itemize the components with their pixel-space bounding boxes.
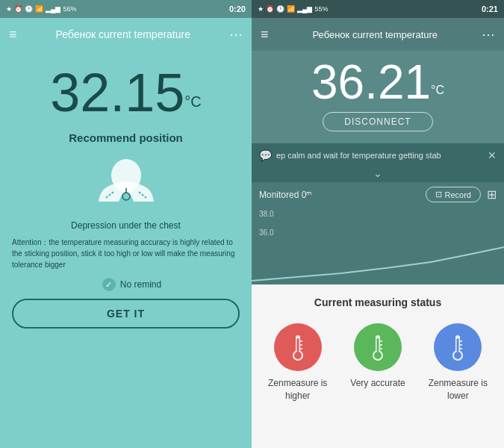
right-clock-icon: 🕐: [276, 5, 284, 13]
thermometer-higher-icon: [286, 332, 310, 362]
hamburger-icon[interactable]: ≡: [9, 27, 17, 43]
body-position-label: Depression under the chest: [71, 220, 181, 231]
svg-rect-13: [376, 338, 379, 352]
status-label-higher: Zenmeasure is higher: [264, 377, 332, 402]
attention-text: Attention：the temperature measuring accu…: [0, 237, 252, 270]
alarm-icon: ⏰: [14, 5, 22, 13]
right-status-icons: ★ ⏰ 🕐 📶 ▂▄▆ 55%: [258, 5, 328, 13]
right-temp-unit: °C: [431, 84, 444, 96]
left-panel: ★ ⏰ 🕐 📶 ▂▄▆ 56% 0:20 ≡ Ребенок current t…: [0, 0, 252, 448]
left-status-bar: ★ ⏰ 🕐 📶 ▂▄▆ 56% 0:20: [0, 0, 252, 18]
left-temp-unit: °C: [184, 93, 201, 110]
monitor-text: Monitored 0ᵐ: [259, 190, 420, 200]
recommend-title: Recommend position: [69, 131, 183, 144]
bluetooth-icon: ★: [6, 5, 12, 13]
right-panel: ★ ⏰ 🕐 📶 ▂▄▆ 55% 0:21 ≡ Ребенок current t…: [252, 0, 504, 448]
disconnect-button[interactable]: DISCONNECT: [323, 112, 432, 131]
right-nav-title: Ребенок current temperature: [312, 29, 438, 40]
chart-label-low: 36.0: [259, 228, 497, 237]
right-hamburger-icon[interactable]: ≡: [261, 27, 269, 43]
record-label: Record: [445, 190, 471, 199]
status-circle-higher: [274, 323, 322, 371]
thermometer-lower-icon: [446, 332, 470, 362]
no-remind-row[interactable]: ✓ No remind: [90, 278, 161, 291]
right-status-bar: ★ ⏰ 🕐 📶 ▂▄▆ 55% 0:21: [252, 0, 504, 18]
get-it-button[interactable]: GET IT: [12, 299, 240, 329]
left-nav-title: Ребенок current temperature: [56, 28, 190, 40]
no-remind-label: No remind: [120, 279, 161, 290]
body-position-icon: [93, 153, 160, 220]
left-more-icon[interactable]: ⋯: [229, 26, 243, 43]
record-icon: ⊡: [435, 190, 442, 199]
arrow-down-icon: ⌄: [373, 167, 382, 179]
recommend-section: Recommend position Depression under the …: [0, 131, 252, 448]
right-time: 0:21: [482, 4, 498, 13]
left-temperature: 32.15: [50, 66, 184, 119]
left-temp-display: 32.15°C: [0, 66, 252, 119]
status-item-lower: Zenmeasure is lower: [424, 323, 491, 402]
banner-arrow: ⌄: [252, 167, 504, 182]
banner-chat-icon: 💬: [259, 149, 272, 161]
right-top-nav: ≡ Ребенок current temperature ⋯: [252, 18, 504, 51]
svg-point-1: [122, 193, 130, 200]
battery-label: 56%: [63, 5, 76, 13]
right-battery-label: 55%: [314, 5, 328, 13]
right-temperature: 36.21: [311, 55, 431, 109]
svg-point-7: [294, 352, 302, 359]
svg-rect-6: [296, 338, 299, 352]
signal-icon: ▂▄▆: [46, 5, 60, 13]
right-bluetooth-icon: ★: [258, 5, 264, 13]
monitor-row: Monitored 0ᵐ ⊡ Record ⊞: [252, 182, 504, 207]
status-item-accurate: Very accurate: [344, 323, 411, 390]
record-button[interactable]: ⊡ Record: [426, 187, 481, 202]
banner-text: ep calm and wait for temperature getting…: [276, 151, 483, 160]
status-circle-accurate: [354, 323, 402, 371]
status-label-accurate: Very accurate: [350, 377, 405, 390]
svg-point-14: [374, 352, 382, 359]
wifi-icon: 📶: [35, 5, 43, 13]
chart-svg: [252, 240, 504, 284]
status-circle-lower: [434, 323, 482, 371]
right-wifi-icon: 📶: [287, 5, 295, 13]
adjust-icon[interactable]: ⊞: [487, 187, 497, 202]
status-icons-row: Zenmeasure is higher Very accurate: [258, 323, 498, 402]
no-remind-checkbox[interactable]: ✓: [102, 278, 116, 291]
svg-rect-20: [457, 338, 459, 352]
clock-icon: 🕐: [25, 5, 33, 13]
measuring-title: Current measuring status: [314, 296, 441, 308]
status-item-higher: Zenmeasure is higher: [264, 323, 332, 402]
right-more-icon[interactable]: ⋯: [482, 26, 495, 43]
chart-area: 38.0 36.0: [252, 207, 504, 240]
svg-point-21: [454, 352, 461, 359]
left-time: 0:20: [229, 4, 246, 13]
right-temp-area: 36.21°C DISCONNECT: [252, 51, 504, 143]
status-label-lower: Zenmeasure is lower: [424, 377, 491, 402]
thermometer-accurate-icon: [366, 332, 390, 362]
banner-close-icon[interactable]: ✕: [488, 149, 497, 161]
right-signal-icon: ▂▄▆: [297, 5, 312, 13]
right-alarm-icon: ⏰: [266, 5, 274, 13]
bottom-panel: Current measuring status: [252, 284, 504, 448]
info-banner: 💬 ep calm and wait for temperature getti…: [252, 143, 504, 167]
check-icon: ✓: [105, 280, 112, 290]
left-top-nav: ≡ Ребенок current temperature ⋯: [0, 18, 252, 51]
chart-label-high: 38.0: [259, 210, 497, 218]
left-status-icons: ★ ⏰ 🕐 📶 ▂▄▆ 56%: [6, 5, 76, 13]
